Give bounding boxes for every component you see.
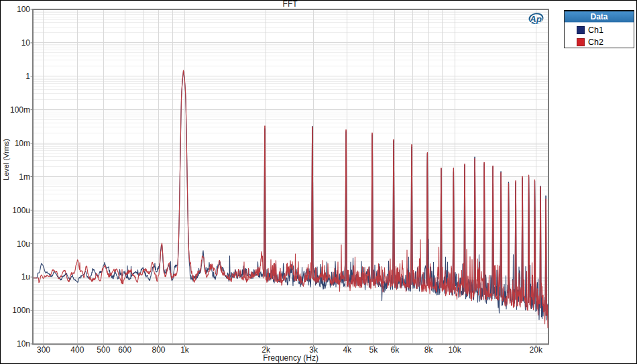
svg-text:Level (Vrms): Level (Vrms) bbox=[2, 139, 10, 180]
svg-text:10k: 10k bbox=[448, 345, 461, 355]
svg-text:Frequency (Hz): Frequency (Hz) bbox=[263, 353, 318, 363]
svg-text:Ap: Ap bbox=[529, 14, 542, 24]
svg-text:8k: 8k bbox=[424, 345, 434, 355]
svg-text:1k: 1k bbox=[180, 345, 190, 355]
svg-text:1: 1 bbox=[25, 72, 30, 81]
svg-text:1u: 1u bbox=[21, 272, 30, 282]
svg-text:300: 300 bbox=[37, 345, 50, 355]
svg-text:500: 500 bbox=[97, 345, 110, 355]
svg-text:10n: 10n bbox=[17, 339, 30, 349]
svg-text:10u: 10u bbox=[17, 239, 30, 249]
svg-text:10m: 10m bbox=[15, 139, 30, 148]
svg-text:FFT: FFT bbox=[283, 0, 298, 9]
svg-text:6k: 6k bbox=[390, 345, 400, 355]
svg-text:600: 600 bbox=[118, 345, 131, 355]
svg-text:100u: 100u bbox=[12, 206, 30, 215]
svg-text:10: 10 bbox=[21, 38, 31, 48]
svg-text:1m: 1m bbox=[19, 172, 30, 182]
svg-text:4k: 4k bbox=[343, 345, 353, 355]
svg-text:800: 800 bbox=[152, 345, 165, 355]
svg-text:100m: 100m bbox=[10, 105, 30, 115]
svg-text:20k: 20k bbox=[530, 345, 543, 355]
svg-text:100: 100 bbox=[17, 5, 30, 14]
svg-text:5k: 5k bbox=[369, 345, 379, 355]
svg-text:400: 400 bbox=[70, 345, 84, 355]
svg-text:100n: 100n bbox=[12, 306, 30, 315]
